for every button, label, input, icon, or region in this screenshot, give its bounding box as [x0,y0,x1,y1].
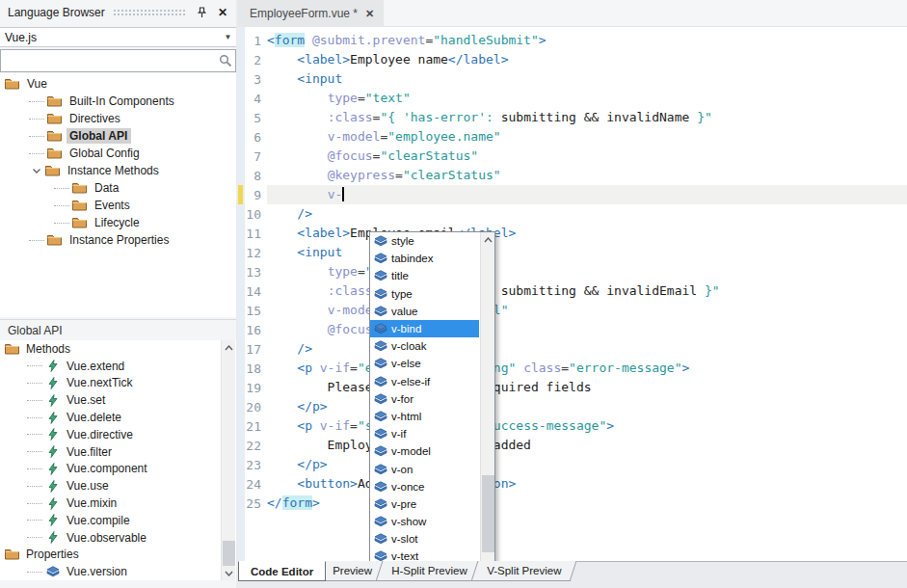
tree-item-built-in-components[interactable]: Built-In Components [0,93,236,110]
code-line[interactable]: 3 <input [238,69,907,89]
document-tab[interactable]: EmployeeForm.vue * ✕ [238,0,384,27]
tree-connector [27,365,42,366]
tab-code-editor[interactable]: Code Editor [238,561,326,581]
code-line[interactable]: 22 Employee successfully added [238,436,907,455]
autocomplete-item-v-on[interactable]: v-on [370,460,479,477]
list-item-vue-use[interactable]: Vue.use [0,477,236,494]
tab-v-split-preview[interactable]: V-Split Preview [470,561,576,581]
tree-item-lifecycle[interactable]: Lifecycle [0,214,236,231]
code-editor[interactable]: 1<form @submit.prevent="handleSubmit">2 … [238,27,907,561]
autocomplete-item-tabindex[interactable]: tabindex [370,250,479,267]
list-item-vue-observable[interactable]: Vue.observable [0,529,236,547]
list-item-vue-set[interactable]: Vue.set [0,391,236,409]
code-line[interactable]: 11 <label>Employee email</label> [238,224,907,243]
autocomplete-item-v-else-if[interactable]: v-else-if [370,373,479,390]
autocomplete-item-v-bind[interactable]: v-bind [370,320,479,337]
search-box[interactable] [0,49,236,72]
list-item-vue-nexttick[interactable]: Vue.nextTick [0,375,236,392]
code-line[interactable]: 14 :class="{ 'has-error': submitting && … [238,281,907,301]
code-line[interactable]: 21 <p v-if="success" class="success-mess… [238,416,907,436]
autocomplete-item-v-cloak[interactable]: v-cloak [370,337,479,355]
property-icon [44,565,61,578]
list-item-vue-mixin[interactable]: Vue.mixin [0,494,236,512]
tree-item-data[interactable]: Data [0,179,236,197]
autocomplete-item-label: v-once [391,481,425,493]
code-line[interactable]: 18 <p v-if="error && submitting" class="… [238,359,907,378]
code-line[interactable]: 6 v-model="employee.name" [238,127,907,147]
list-item-vue-compile[interactable]: Vue.compile [0,512,236,529]
code-line[interactable]: 13 type="text" [238,262,907,281]
tree-item-label: Events [92,198,134,213]
panel-title-bar[interactable]: Language Browser ✕ [0,0,236,25]
autocomplete-item-v-show[interactable]: v-show [370,513,479,530]
tree-connector [54,188,69,189]
scroll-down-icon[interactable] [222,566,236,580]
scrollbar-thumb[interactable] [223,541,235,566]
code-line[interactable]: 17 /> [238,339,907,359]
search-input[interactable] [1,51,216,70]
code-line[interactable]: 2 <label>Employee name</label> [238,50,907,69]
autocomplete-item-title[interactable]: title [370,267,479,284]
code-line[interactable]: 19 Please fill out all required fields [238,378,907,397]
scroll-up-icon[interactable] [222,340,236,355]
tree-item-directives[interactable]: Directives [0,110,236,127]
code-line[interactable]: 12 <input [238,243,907,262]
list-item-vue-extend[interactable]: Vue.extend [0,358,236,375]
tree-item-label: Data [92,180,122,196]
autocomplete-item-v-html[interactable]: v-html [370,408,479,425]
list-item-vue-directive[interactable]: Vue.directive [0,426,236,443]
scrollbar-thumb[interactable] [482,475,494,552]
code-line[interactable]: 8 @keypress="clearStatus" [238,166,907,185]
autocomplete-item-type[interactable]: type [370,285,479,303]
language-selector[interactable]: Vue.js ▼ [0,27,236,47]
pin-icon[interactable] [194,5,209,20]
autocomplete-item-value[interactable]: value [370,303,479,320]
code-line[interactable]: 1<form @submit.prevent="handleSubmit"> [238,31,907,50]
chevron-down-icon[interactable]: ▼ [220,28,236,46]
scroll-up-icon[interactable] [481,232,495,247]
code-line[interactable]: 15 v-model="employee.email" [238,301,907,320]
code-line[interactable]: 20 </p> [238,397,907,416]
tab-close-icon[interactable]: ✕ [365,8,374,20]
chevron-down-icon[interactable] [29,169,44,174]
autocomplete-scrollbar[interactable] [480,232,494,561]
code-line[interactable]: 23 </p> [238,455,907,474]
autocomplete-item-v-text[interactable]: v-text [370,548,479,561]
tree-item-vue[interactable]: Vue [0,75,236,93]
drag-grip[interactable] [113,9,186,16]
member-list-scrollbar[interactable] [221,340,235,580]
autocomplete-item-v-slot[interactable]: v-slot [370,530,479,548]
autocomplete-item-v-model[interactable]: v-model [370,442,479,460]
list-item-vue-version[interactable]: Vue.version [0,563,236,580]
autocomplete-item-v-else[interactable]: v-else [370,355,479,372]
code-line[interactable]: 7 @focus="clearStatus" [238,147,907,166]
tree-item-global-api[interactable]: Global API [0,127,236,145]
search-icon[interactable] [216,54,235,67]
line-number: 12 [238,246,267,260]
code-line[interactable]: 4 type="text" [238,89,907,108]
autocomplete-item-v-if[interactable]: v-if [370,425,479,442]
tree-item-instance-properties[interactable]: Instance Properties [0,231,236,249]
tree-item-global-config[interactable]: Global Config [0,145,236,162]
list-item-vue-component[interactable]: Vue.component [0,461,236,478]
list-item-vue-delete[interactable]: Vue.delete [0,409,236,426]
tab-h-split-preview[interactable]: H-Split Preview [376,561,483,581]
tree-connector [27,486,42,487]
code-line[interactable]: 24 <button>Add Employee</button> [238,474,907,494]
autocomplete-item-v-once[interactable]: v-once [370,478,479,495]
code-line[interactable]: 16 @focus="clearStatus" [238,320,907,339]
code-line[interactable]: 5 :class="{ 'has-error': submitting && i… [238,108,907,127]
list-item-vue-filter[interactable]: Vue.filter [0,443,236,461]
code-line[interactable]: 10 /> [238,204,907,224]
close-icon[interactable]: ✕ [215,5,230,20]
tree-item-instance-methods[interactable]: Instance Methods [0,162,236,179]
line-number: 10 [238,207,267,222]
list-item-properties[interactable]: Properties [0,547,236,564]
tree-item-events[interactable]: Events [0,197,236,214]
autocomplete-item-style[interactable]: style [370,232,479,250]
autocomplete-item-v-for[interactable]: v-for [370,390,479,408]
code-line[interactable]: 9 v- [238,185,907,204]
list-item-methods[interactable]: Methods [0,340,236,358]
code-line[interactable]: 25</form> [238,494,907,513]
autocomplete-item-v-pre[interactable]: v-pre [370,495,479,513]
